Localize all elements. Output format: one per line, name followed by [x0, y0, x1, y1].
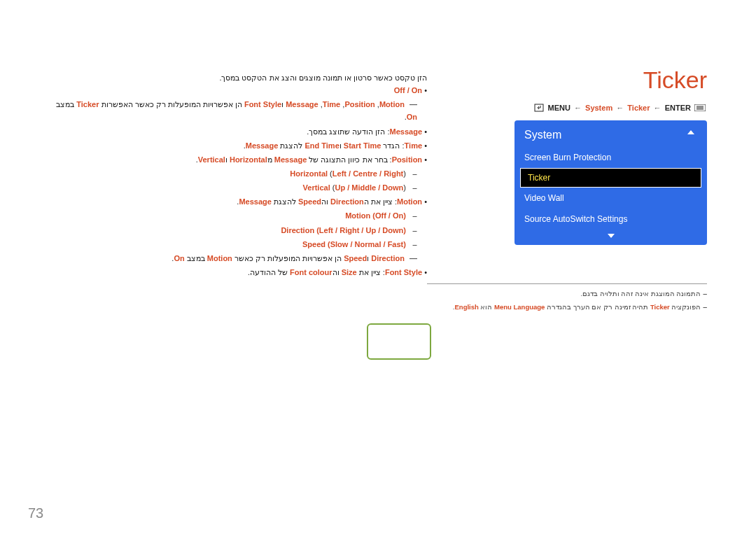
vertical-opts: Vertical (Up / Middle / Down): [49, 181, 427, 194]
breadcrumb-menu: MENU: [548, 104, 570, 112]
note-2-ticker: Ticker: [650, 303, 670, 311]
direction-label: Direction: [281, 226, 314, 234]
menu-item-screen-burn[interactable]: Screen Burn Protection: [514, 147, 707, 168]
intro-text: הזן טקסט כאשר סרטון או תמונה מוצגים והצג…: [49, 71, 427, 84]
chevron-down-icon[interactable]: [608, 234, 615, 238]
menu-header-label: System: [524, 129, 561, 141]
opt-time: Time: [323, 100, 340, 108]
fontcolour-label: Font colour: [290, 268, 332, 276]
breadcrumb-ticker: Ticker: [627, 104, 650, 112]
horizontal: Horizontal: [230, 155, 267, 164]
breadcrumb: MENU ← System ← Ticker ← ENTER: [533, 104, 707, 113]
arrow-icon: ←: [616, 104, 624, 112]
vt-label: Vertical: [303, 183, 330, 192]
motion-speed: Speed: [298, 197, 321, 206]
time-label: Time: [405, 141, 422, 150]
motion-label: Motion: [397, 197, 422, 206]
message-label: Message: [390, 127, 422, 136]
on-label: On: [412, 86, 422, 94]
fontstyle-label: Font Style: [385, 268, 422, 276]
note-2-en: English: [455, 303, 479, 311]
off-label: Off: [394, 86, 405, 94]
page-number: 73: [28, 505, 43, 521]
breadcrumb-enter: ENTER: [665, 104, 691, 112]
opt-fontstyle: Font Style: [244, 100, 281, 108]
fontstyle-line: Font Style: ציין את Size והFont colour ש…: [49, 266, 427, 279]
chevron-up-icon[interactable]: [687, 130, 694, 134]
opt-ticker: Ticker: [76, 100, 99, 108]
content-body: הזן טקסט כאשר סרטון או תמונה מוצגים והצג…: [49, 71, 427, 280]
size-label: Size: [342, 268, 357, 276]
time-message: Message: [246, 141, 278, 150]
opt-motion: Motion: [379, 100, 405, 108]
motion2-label: Motion: [345, 211, 370, 220]
note-2-mid: תהיה זמינה רק אם הערך בהגדרה: [545, 303, 650, 311]
horizontal-opts: Horizontal (Left / Centre / Right): [49, 167, 427, 180]
position-line: Position: בחר את כיוון התצוגה של Message…: [49, 153, 427, 166]
note-1: התמונה המוצגת אינה זהה ותלויה בדגם.: [581, 290, 701, 297]
note-2-pre: הפונקציה: [670, 303, 701, 311]
direction-opts: Direction (Left / Right / Up / Down): [49, 224, 427, 237]
hz-label: Horizontal: [290, 169, 328, 178]
menu-item-video-wall[interactable]: Video Wall: [514, 188, 707, 209]
end-time: End Time: [304, 141, 339, 150]
onoff-line: Off / On: [49, 84, 427, 97]
opt-on: On: [407, 113, 417, 121]
speed-label: Speed: [302, 240, 326, 248]
time-line: Time: הגדר Start Time וEnd Time להצגת Me…: [49, 139, 427, 152]
vertical: Vertical: [198, 155, 225, 164]
menu-item-ticker[interactable]: Ticker: [520, 168, 701, 188]
start-time: Start Time: [344, 141, 382, 150]
menu-item-source-autoswitch[interactable]: Source AutoSwitch Settings: [514, 209, 707, 230]
motion-line: Motion: ציין את הDirection והSpeed להצגת…: [49, 195, 427, 208]
arrow-icon: ←: [654, 104, 662, 112]
motion-onoff: Motion (Off / On): [49, 209, 427, 222]
note-2-ml: Menu Language: [494, 303, 545, 311]
motion-direction: Direction: [330, 197, 364, 206]
direction-speed-note: Direction וSpeed הן אפשרויות המופעלות רק…: [49, 252, 427, 265]
empty-green-box: [367, 323, 431, 360]
options-note: Message ,Time ,Position ,Motion וFont St…: [49, 98, 427, 123]
arrow-icon: ←: [574, 104, 582, 112]
menu-icon: [694, 104, 706, 113]
opt-message: Message: [286, 100, 318, 108]
message-line: Message: הזן הודעה שתוצג במסך.: [49, 125, 427, 138]
system-menu-panel: System Screen Burn Protection Ticker Vid…: [514, 120, 707, 245]
position-message: Message: [274, 155, 307, 164]
enter-icon: [534, 104, 544, 113]
page-title: Ticker: [643, 66, 707, 94]
notes: ‒ התמונה המוצגת אינה זהה ותלויה בדגם. ‒ …: [427, 283, 707, 312]
sep: /: [405, 86, 412, 94]
note-2-mid2: הוא: [479, 303, 494, 311]
breadcrumb-system: System: [585, 104, 612, 112]
opt-position: Position: [344, 100, 374, 108]
speed-opts: Speed (Slow / Normal / Fast): [49, 238, 427, 251]
position-label: Position: [392, 155, 422, 164]
menu-header: System: [514, 120, 707, 147]
motion-message: Message: [239, 197, 271, 206]
